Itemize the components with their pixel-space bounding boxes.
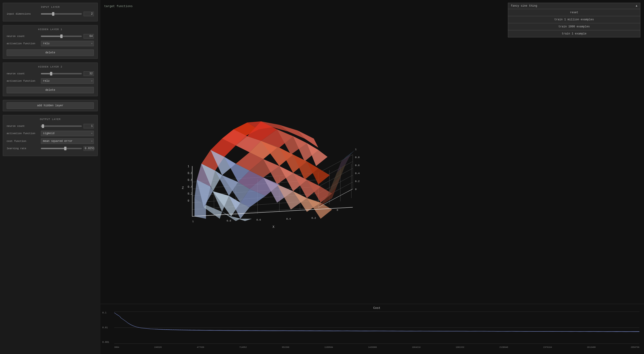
x-label-11: 2613480 xyxy=(587,346,596,349)
hl1-neuron-count-label: neuron count xyxy=(6,35,41,38)
hidden-layer-1-title: HIDDEN LAYER 1 xyxy=(6,28,94,31)
ol-neuron-count-slider[interactable] xyxy=(41,126,82,127)
ol-neuron-count-row: neuron count 1 xyxy=(6,124,94,128)
hidden-layer-2-box: HIDDEN LAYER 2 neuron count 32 activatio… xyxy=(3,62,98,96)
3d-scene: 1 0.8 0.6 0.4 0.2 0 Z 1 0.8 0.6 0.4 0.2 … xyxy=(182,121,360,229)
svg-text:1: 1 xyxy=(192,220,194,223)
chart-title: Cost xyxy=(114,306,640,310)
cost-chart-svg xyxy=(114,312,640,344)
x-label-0: 3004 xyxy=(114,346,119,349)
hl2-neuron-count-value: 32 xyxy=(84,71,94,76)
add-hidden-layer-box: add hidden layer xyxy=(3,100,98,111)
ol-neuron-count-slider-container: 1 xyxy=(41,124,94,128)
input-dimensions-slider-container: 2 xyxy=(41,12,94,16)
hl2-neuron-count-slider-container: 32 xyxy=(41,71,94,76)
ol-lr-slider[interactable] xyxy=(41,148,82,149)
hl1-neuron-count-row: neuron count 64 xyxy=(6,34,94,38)
input-dimensions-label: input dimensions xyxy=(6,12,41,15)
chart-inner: 0.1 0.01 0.001 3004 240320 477636 714952 xyxy=(114,312,640,344)
svg-text:1: 1 xyxy=(355,148,357,151)
hl1-activation-select[interactable]: relu sigmoid tanh linear xyxy=(41,41,94,46)
grid-line-bot xyxy=(114,344,640,344)
control-buttons: fancy sine thing ▲ reset train 1 million… xyxy=(508,3,640,37)
x-label-8: 1901532 xyxy=(456,346,464,349)
hl1-neuron-count-value: 64 xyxy=(84,34,94,38)
viz-area: 1 0.8 0.6 0.4 0.2 0 Z 1 0.8 0.6 0.4 0.2 … xyxy=(100,37,644,304)
hl2-activation-label: activation function xyxy=(6,80,41,82)
svg-text:0: 0 xyxy=(355,188,357,191)
hl1-delete-button[interactable]: delete xyxy=(6,49,94,56)
hl1-neuron-count-slider[interactable] xyxy=(41,36,82,37)
svg-text:0.8: 0.8 xyxy=(188,172,193,175)
y-label-0: 0.1 xyxy=(102,312,109,314)
x-axis-labels: 3004 240320 477636 714952 952268 1189584… xyxy=(114,346,640,349)
ol-activation-label: activation function xyxy=(6,132,41,135)
hidden-layer-1-box: HIDDEN LAYER 1 neuron count 64 activatio… xyxy=(3,25,98,59)
svg-text:0.4: 0.4 xyxy=(188,185,193,189)
svg-marker-74 xyxy=(332,164,346,184)
svg-text:0.2: 0.2 xyxy=(355,180,360,183)
right-panel: target functions fancy sine thing ▲ rese… xyxy=(100,0,644,354)
ol-cost-label: cost function xyxy=(6,140,41,143)
hl1-activation-row: activation function relu sigmoid tanh li… xyxy=(6,41,94,46)
x-label-5: 1189584 xyxy=(324,346,333,349)
train-1000-button[interactable]: train 1000 examples xyxy=(508,23,640,30)
x-label-6: 1426900 xyxy=(368,346,377,349)
x-label-1: 240320 xyxy=(154,346,162,349)
ol-lr-slider-container: 0.0251 xyxy=(41,146,94,151)
hidden-layer-2-title: HIDDEN LAYER 2 xyxy=(6,65,94,68)
reset-button[interactable]: reset xyxy=(508,9,640,16)
train-million-button[interactable]: train 1 million examples xyxy=(508,16,640,23)
svg-marker-69 xyxy=(204,205,222,219)
ol-activation-select[interactable]: relu sigmoid tanh linear xyxy=(41,131,94,136)
x-label-2: 477636 xyxy=(197,346,204,349)
svg-marker-73 xyxy=(328,175,341,196)
ol-neuron-count-value: 1 xyxy=(84,124,94,128)
train-1-button[interactable]: train 1 example xyxy=(508,30,640,37)
svg-text:0.4: 0.4 xyxy=(355,172,360,175)
svg-text:0.6: 0.6 xyxy=(355,164,360,167)
ol-lr-row: learning rate 0.0251 xyxy=(6,146,94,151)
svg-text:0: 0 xyxy=(188,199,189,202)
hl1-activation-select-container: relu sigmoid tanh linear ⬍ xyxy=(41,41,94,46)
ol-lr-label: learning rate xyxy=(6,147,41,150)
svg-text:X: X xyxy=(272,225,274,229)
output-layer-title: OUTPUT LAYER xyxy=(6,118,94,121)
input-layer-box: INPUT LAYER input dimensions 2 xyxy=(3,3,98,21)
svg-text:0.6: 0.6 xyxy=(188,178,193,182)
target-function-dropdown[interactable]: fancy sine thing ▲ xyxy=(508,3,640,9)
target-label: target functions xyxy=(104,4,133,8)
ol-neuron-count-label: neuron count xyxy=(6,125,41,128)
ol-cost-select[interactable]: mean squared error cross entropy xyxy=(41,139,94,144)
input-dimensions-slider[interactable] xyxy=(41,13,82,14)
hl2-delete-button[interactable]: delete xyxy=(6,87,94,93)
add-hidden-layer-button[interactable]: add hidden layer xyxy=(6,102,94,109)
svg-text:Z: Z xyxy=(182,186,184,190)
svg-text:0.2: 0.2 xyxy=(312,217,316,219)
ol-lr-value: 0.0251 xyxy=(84,146,94,151)
svg-text:0.2: 0.2 xyxy=(188,192,193,195)
hl2-neuron-count-slider[interactable] xyxy=(41,73,82,74)
ol-cost-select-container: mean squared error cross entropy ⬍ xyxy=(41,139,94,144)
chart-area: Cost 0.1 0.01 0.001 3004 240320 4776 xyxy=(100,304,644,354)
ol-activation-row: activation function relu sigmoid tanh li… xyxy=(6,131,94,136)
dropdown-arrow: ▲ xyxy=(636,4,638,7)
ol-activation-select-container: relu sigmoid tanh linear ⬍ xyxy=(41,131,94,136)
svg-text:0.4: 0.4 xyxy=(286,218,291,220)
svg-marker-76 xyxy=(341,150,355,162)
x-label-4: 952268 xyxy=(282,346,289,349)
svg-text:1: 1 xyxy=(188,165,189,168)
hl2-neuron-count-row: neuron count 32 xyxy=(6,71,94,76)
svg-text:0: 0 xyxy=(336,209,338,211)
hl2-neuron-count-label: neuron count xyxy=(6,72,41,75)
top-bar: target functions fancy sine thing ▲ rese… xyxy=(100,0,644,37)
hl1-neuron-count-slider-container: 64 xyxy=(41,34,94,38)
input-dimensions-row: input dimensions 2 xyxy=(6,12,94,16)
hl2-activation-select[interactable]: relu sigmoid tanh linear xyxy=(41,78,94,84)
x-label-3: 714952 xyxy=(239,346,247,349)
y-axis-labels: 0.1 0.01 0.001 xyxy=(102,312,109,344)
hl1-activation-label: activation function xyxy=(6,42,41,45)
y-label-2: 0.001 xyxy=(102,341,109,344)
ol-cost-row: cost function mean squared error cross e… xyxy=(6,139,94,144)
input-dimensions-value: 2 xyxy=(84,12,94,16)
